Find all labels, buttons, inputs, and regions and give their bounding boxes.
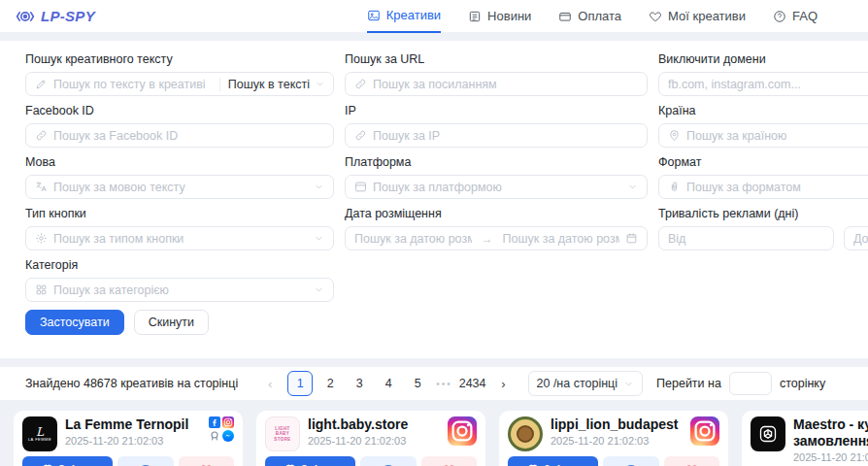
date-to-input[interactable] [503, 232, 620, 246]
reset-button[interactable]: Скинути [134, 310, 209, 335]
facebook-id-input[interactable] [53, 129, 324, 143]
apply-button[interactable]: Застосувати [25, 310, 124, 335]
days-active-button[interactable]: 0 days [508, 456, 598, 466]
favorite-button[interactable] [179, 456, 234, 466]
search-mode-select[interactable]: Пошук в тексті [219, 78, 333, 91]
nav-payment[interactable]: Оплата [558, 0, 621, 33]
field-label: Категорія [25, 258, 334, 273]
view-button[interactable] [360, 456, 416, 466]
creative-card[interactable]: LIGHTBABYSTORE light.baby.store 2025-11-… [256, 411, 485, 466]
nav-faq[interactable]: FAQ [773, 0, 818, 33]
news-icon [468, 10, 482, 23]
page-size-value: 20 /на сторінці [537, 377, 618, 390]
view-button[interactable] [603, 456, 658, 466]
view-button[interactable] [117, 456, 173, 466]
ip-input[interactable] [373, 129, 638, 143]
goto-page: Перейти на сторінку [656, 372, 825, 395]
duration-from-input[interactable] [668, 232, 824, 246]
field-label: Формат [658, 155, 868, 170]
creative-title: light.baby.store [308, 416, 440, 433]
creatives-grid: LLA FEMME La Femme Ternopil 2025-11-20 2… [0, 411, 868, 466]
nav-label: Креативи [386, 8, 441, 22]
nav-news[interactable]: Новини [468, 0, 531, 33]
field-label: Facebook ID [25, 104, 334, 118]
field-language: Мова Пошук за мовою тексту [25, 155, 334, 199]
favorite-button[interactable] [664, 456, 719, 466]
heart-icon [443, 463, 455, 466]
nav-label: Новини [487, 9, 531, 23]
creative-card[interactable]: LLA FEMME La Femme Ternopil 2025-11-20 2… [14, 411, 243, 466]
avatar: LIGHTBABYSTORE [265, 416, 300, 451]
main-nav: Креативи Новини Оплата Мої креативи FAQ [367, 0, 818, 33]
page: LP-SPY Креативи Новини Оплата Мої креати… [0, 0, 868, 466]
goto-label: Перейти на [656, 377, 721, 390]
pagination-ellipsis[interactable]: ••• [436, 379, 452, 389]
select-placeholder: Пошук за платформою [373, 181, 621, 194]
creative-title: Maestro - кухні, меблі на замовлення в У… [793, 416, 868, 449]
creative-card[interactable]: Maestro - кухні, меблі на замовлення в У… [742, 411, 868, 466]
field-label: Тривалість реклами (дні) [658, 207, 868, 221]
field-label: Мова [25, 155, 334, 170]
question-icon [773, 10, 786, 23]
image-icon [367, 9, 381, 22]
page-button-3[interactable]: 3 [348, 372, 371, 395]
gear-icon [35, 232, 48, 245]
nav-my-creatives[interactable]: Мої креативи [649, 0, 746, 33]
field-creative-text: Пошук креативного тексту Пошук в тексті [25, 52, 334, 96]
field-label: Тип кнопки [25, 207, 334, 221]
field-label: IP [345, 104, 648, 118]
chevron-down-icon [314, 233, 324, 244]
link-icon [354, 129, 367, 142]
days-active-button[interactable]: 3 days [22, 456, 113, 466]
facebook-id-control [25, 123, 334, 148]
date-from-input[interactable] [354, 232, 472, 246]
page-button-4[interactable]: 4 [377, 372, 400, 395]
url-input[interactable] [373, 78, 638, 91]
url-control [345, 72, 648, 96]
header: LP-SPY Креативи Новини Оплата Мої креати… [0, 0, 868, 33]
field-label: Платформа [345, 155, 648, 170]
instagram-icon [222, 416, 234, 428]
facebook-icon [209, 416, 220, 428]
button-type-select[interactable]: Пошук за типом кнопки [25, 226, 334, 250]
pagination-bar: Знайдено 48678 креативів на сторінці ‹ 1… [0, 367, 868, 400]
field-facebook-id: Facebook ID [25, 104, 334, 148]
logo[interactable]: LP-SPY [16, 7, 95, 26]
filter-panel: Пошук креативного тексту Пошук в тексті … [0, 41, 868, 358]
translate-icon [35, 181, 48, 193]
eye-icon [139, 462, 152, 466]
category-select[interactable]: Пошук за категорією [25, 278, 334, 302]
heart-icon [685, 463, 698, 466]
select-placeholder: Пошук за категорією [53, 283, 308, 297]
chevron-down-icon [627, 182, 638, 192]
field-country: Країна [658, 104, 868, 148]
platform-icons [209, 416, 234, 451]
format-select[interactable]: Пошук за форматом [658, 175, 868, 199]
date-range-picker[interactable]: → [345, 226, 648, 250]
creative-date: 2025-11-20 21:02:03 [65, 435, 201, 447]
days-active-button[interactable]: 3 days [265, 456, 355, 466]
next-page-button[interactable]: › [492, 372, 516, 395]
country-input[interactable] [686, 129, 868, 143]
field-label: Дата розміщення [345, 207, 648, 221]
field-label: Виключити домени [658, 52, 868, 67]
page-button-last[interactable]: 2434 [459, 372, 486, 395]
platform-select[interactable]: Пошук за платформою [345, 175, 648, 199]
page-size-select[interactable]: 20 /на сторінці [528, 371, 644, 396]
page-button-2[interactable]: 2 [318, 372, 342, 395]
paperclip-icon [668, 181, 681, 193]
creative-text-input[interactable] [53, 78, 205, 91]
favorite-button[interactable] [421, 456, 477, 466]
nav-creatives[interactable]: Креативи [367, 0, 441, 33]
audience-network-icon [209, 430, 220, 442]
duration-to-input[interactable] [853, 232, 868, 246]
creative-card[interactable]: lippi_lion_budapest 2025-11-20 21:02:03 … [499, 411, 728, 466]
page-button-5[interactable]: 5 [406, 372, 429, 395]
goto-page-input[interactable] [729, 372, 772, 395]
page-button-1[interactable]: 1 [287, 371, 313, 396]
exclude-domains-input[interactable] [668, 78, 868, 91]
field-category: Категорія Пошук за категорією [25, 258, 334, 302]
language-select[interactable]: Пошук за мовою тексту [25, 175, 334, 199]
prev-page-button[interactable]: ‹ [258, 372, 282, 395]
field-duration: Тривалість реклами (дні) [658, 207, 868, 250]
